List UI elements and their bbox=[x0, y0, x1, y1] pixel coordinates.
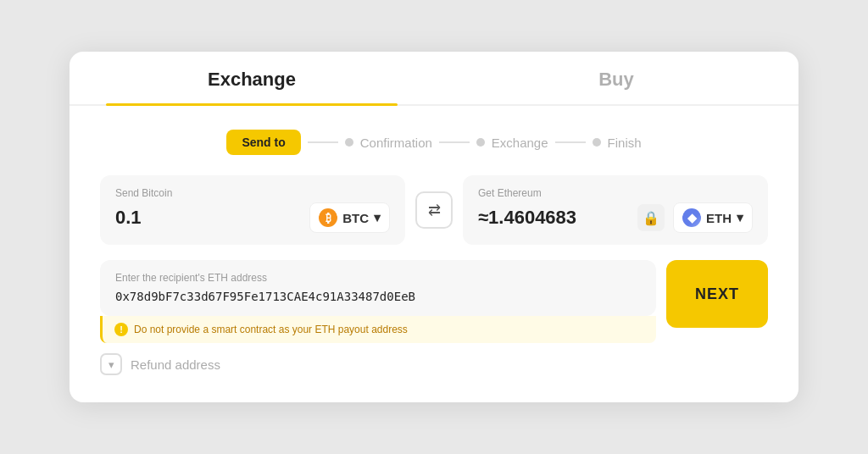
step-finish-label: Finish bbox=[608, 136, 642, 150]
step-line-3 bbox=[555, 141, 586, 143]
swap-button[interactable]: ⇄ bbox=[415, 191, 453, 229]
send-box: Send Bitcoin 0.1 ₿ BTC ▾ bbox=[100, 175, 405, 245]
warning-bar: ! Do not provide a smart contract as you… bbox=[100, 316, 656, 343]
address-wrapper: Enter the recipient's ETH address ! Do n… bbox=[100, 260, 768, 343]
refund-row: ▾ Refund address bbox=[70, 353, 798, 375]
step-send-to: Send to bbox=[226, 130, 300, 155]
step-line-2 bbox=[439, 141, 470, 143]
get-box-value: ≈1.4604683 bbox=[478, 207, 576, 229]
step-finish: Finish bbox=[593, 136, 642, 150]
address-input-box: Enter the recipient's ETH address bbox=[100, 260, 656, 316]
warning-text: Do not provide a smart contract as your … bbox=[134, 324, 408, 335]
eth-chevron-icon: ▾ bbox=[737, 210, 743, 225]
main-card: Exchange Buy Send to Confirmation Exchan… bbox=[70, 52, 798, 402]
warning-icon: ! bbox=[114, 323, 128, 336]
refund-chevron-icon: ▾ bbox=[100, 353, 122, 375]
eth-label: ETH bbox=[706, 211, 732, 225]
btc-icon: ₿ bbox=[319, 208, 337, 227]
get-box-label: Get Ethereum bbox=[478, 187, 753, 199]
btc-label: BTC bbox=[342, 211, 369, 225]
address-input-area: Enter the recipient's ETH address ! Do n… bbox=[100, 260, 656, 343]
next-button[interactable]: NEXT bbox=[666, 260, 768, 328]
btc-chevron-icon: ▾ bbox=[374, 210, 381, 225]
step-dot-exchange bbox=[476, 138, 485, 147]
step-send-to-badge: Send to bbox=[226, 130, 300, 155]
address-row: Enter the recipient's ETH address ! Do n… bbox=[70, 260, 798, 343]
tab-buy[interactable]: Buy bbox=[434, 52, 798, 104]
step-exchange-label: Exchange bbox=[492, 136, 548, 150]
lock-icon: 🔒 bbox=[637, 204, 665, 231]
tab-exchange[interactable]: Exchange bbox=[70, 52, 434, 104]
step-confirmation-label: Confirmation bbox=[360, 136, 432, 150]
send-box-label: Send Bitcoin bbox=[115, 187, 390, 199]
address-label: Enter the recipient's ETH address bbox=[115, 272, 641, 284]
address-input[interactable] bbox=[115, 290, 641, 303]
step-dot-finish bbox=[593, 138, 601, 147]
swap-icon: ⇄ bbox=[428, 201, 441, 219]
exchange-row: Send Bitcoin 0.1 ₿ BTC ▾ ⇄ Get Ethereum … bbox=[70, 175, 798, 245]
btc-selector[interactable]: ₿ BTC ▾ bbox=[309, 202, 390, 233]
step-line-1 bbox=[308, 141, 338, 143]
eth-selector[interactable]: ◆ ETH ▾ bbox=[673, 202, 753, 233]
get-box: Get Ethereum ≈1.4604683 🔒 ◆ ETH ▾ bbox=[463, 175, 768, 245]
top-tabs: Exchange Buy bbox=[70, 52, 798, 106]
step-exchange: Exchange bbox=[476, 136, 548, 150]
step-dot-confirmation bbox=[345, 138, 353, 147]
step-confirmation: Confirmation bbox=[345, 136, 432, 150]
stepper: Send to Confirmation Exchange Finish bbox=[70, 106, 798, 175]
eth-icon: ◆ bbox=[682, 208, 701, 227]
refund-label: Refund address bbox=[131, 357, 220, 372]
get-box-right: 🔒 ◆ ETH ▾ bbox=[637, 202, 753, 233]
send-box-value: 0.1 bbox=[115, 207, 142, 229]
refund-toggle[interactable]: ▾ Refund address bbox=[100, 353, 768, 375]
